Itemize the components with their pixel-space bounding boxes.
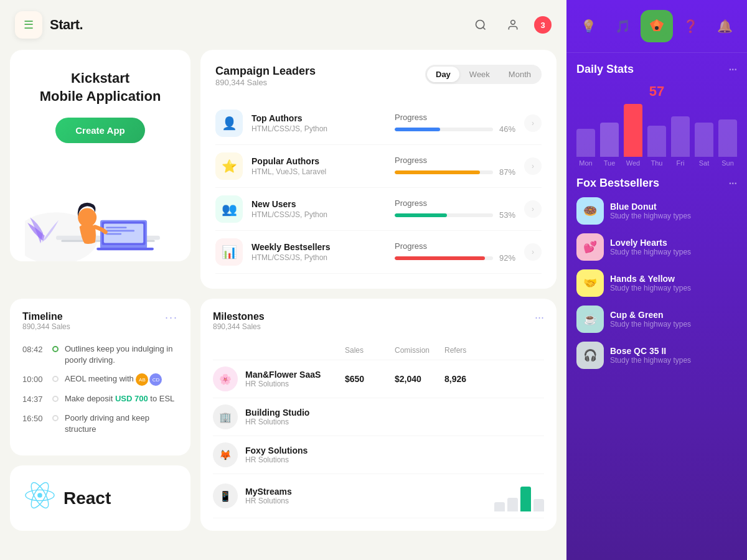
peak-value: 57 (576, 83, 737, 100)
bottom-section: Timeline 890,344 Sales ··· 08:42 Outline… (10, 299, 557, 531)
progress-bar-wrap: 46% (395, 124, 519, 134)
campaign-card: Campaign Leaders 890,344 Sales Day Week … (200, 50, 557, 289)
author-tech: HTML/CSS/JS, Python (251, 253, 395, 262)
hero-illustration (25, 153, 176, 261)
bar-label: Fri (677, 159, 685, 167)
progress-fill (395, 170, 480, 174)
bestseller-name: Bose QC 35 II (610, 346, 737, 356)
timeline-title-group: Timeline 890,344 Sales (22, 311, 70, 341)
timeline-header: Timeline 890,344 Sales ··· (22, 311, 178, 341)
tab-week[interactable]: Week (461, 67, 499, 82)
bar (647, 126, 666, 157)
hero-card: Kickstart Mobile Application Create App (10, 50, 190, 261)
sidebar-app-4[interactable]: ❓ (675, 10, 707, 42)
sidebar-app-2[interactable]: 🎵 (606, 10, 639, 42)
search-icon[interactable] (469, 14, 492, 36)
stats-options[interactable]: ··· (729, 64, 737, 75)
bestseller-image: 🤝 (576, 269, 604, 297)
bestsellers-title: Fox Bestsellers ··· (576, 177, 737, 190)
col-sales: Sales (345, 346, 395, 355)
progress-section: Progress 87% (395, 156, 519, 177)
author-avatar: 👥 (215, 195, 243, 223)
milestone-refers-cell: 8,926 (444, 374, 494, 384)
progress-bar (395, 256, 493, 260)
bestseller-item[interactable]: 🤝 Hands & Yellow Study the highway types (576, 269, 737, 297)
sidebar: 💡 🎵 ❓ 🔔 Daily Stats ··· 57 M (566, 0, 747, 560)
timeline-options[interactable]: ··· (165, 311, 178, 324)
progress-bar (395, 128, 493, 131)
milestone-row: 📱 MyStreams HR Solutions (213, 474, 544, 518)
author-tech: HTML/CSS/JS, Python (251, 124, 395, 133)
author-name: Popular Authors (251, 156, 395, 166)
logo-icon: ☰ (24, 18, 34, 32)
bestseller-item[interactable]: 🍩 Blue Donut Study the highway types (576, 197, 737, 225)
chart-bar (494, 502, 505, 511)
left-column: Timeline 890,344 Sales ··· 08:42 Outline… (10, 299, 190, 531)
author-arrow[interactable]: › (524, 157, 542, 175)
progress-pct: 92% (499, 253, 519, 263)
author-avatar: ⭐ (215, 152, 243, 180)
author-arrow[interactable]: › (524, 114, 542, 132)
author-name: New Users (251, 199, 395, 209)
bestsellers-section: Fox Bestsellers ··· 🍩 Blue Donut Study t… (576, 177, 737, 369)
timeline-text: AEOL meeting with ABCD (65, 373, 162, 386)
author-name: Weekly Bestsellers (251, 242, 395, 252)
progress-fill (395, 128, 440, 131)
bar-wrap: Wed (624, 104, 642, 167)
bar (671, 116, 690, 157)
campaign-title: Campaign Leaders 890,344 Sales (215, 65, 316, 100)
chart-bar (533, 499, 544, 511)
daily-stats-section: Daily Stats ··· 57 Mon Tue Wed Thu Fri S… (576, 63, 737, 167)
bar-wrap: Tue (600, 123, 619, 167)
timeline-item: 10:00 AEOL meeting with ABCD (22, 373, 178, 386)
author-tech: HTML, VueJS, Laravel (251, 167, 395, 176)
timeline-time: 08:42 (22, 343, 46, 354)
sidebar-app-1[interactable]: 💡 (572, 10, 604, 42)
timeline-items: 08:42 Outlines keep you indulging in poo… (22, 343, 178, 435)
react-card: React (10, 465, 190, 531)
progress-section: Progress 53% (395, 198, 519, 220)
bestseller-item[interactable]: 🎧 Bose QC 35 II Study the highway types (576, 342, 737, 369)
notification-badge[interactable]: 3 (534, 16, 552, 34)
timeline-item: 16:50 Poorly driving and keep structure (22, 413, 178, 435)
sidebar-app-3-active[interactable] (641, 10, 673, 42)
top-row: Kickstart Mobile Application Create App (10, 50, 557, 289)
sidebar-app-icons: 💡 🎵 ❓ 🔔 (566, 0, 747, 53)
svg-rect-11 (106, 230, 134, 232)
tab-day[interactable]: Day (427, 67, 459, 82)
bestseller-info: Lovely Hearts Study the highway types (610, 238, 737, 256)
author-arrow[interactable]: › (524, 200, 542, 218)
progress-bar (395, 213, 493, 217)
campaign-header: Campaign Leaders 890,344 Sales Day Week … (215, 65, 542, 100)
author-arrow[interactable]: › (524, 243, 542, 261)
bestseller-item[interactable]: 💕 Lovely Hearts Study the highway types (576, 233, 737, 261)
author-name: Top Authors (251, 113, 395, 123)
milestones-card: Milestones 890,344 Sales ··· Sales Comis… (200, 299, 557, 531)
daily-stats-chart: Mon Tue Wed Thu Fri Sat Sun (576, 105, 737, 167)
tab-month[interactable]: Month (500, 67, 540, 82)
timeline-time: 10:00 (22, 373, 46, 384)
bar-wrap: Mon (576, 129, 595, 167)
milestone-row: 🏢 Building Studio HR Solutions (213, 398, 544, 436)
progress-section: Progress 92% (395, 241, 519, 263)
react-text: React (63, 488, 111, 508)
progress-fill (395, 256, 485, 260)
milestone-icon: 🦊 (213, 442, 238, 467)
timeline-text: Poorly driving and keep structure (65, 413, 178, 435)
user-icon[interactable] (502, 14, 524, 36)
col-commission: Comission (395, 346, 444, 355)
bar (600, 123, 619, 157)
bar-wrap: Thu (647, 126, 666, 167)
svg-rect-12 (106, 233, 121, 235)
header: ☰ Start. 3 (0, 0, 566, 50)
milestones-options[interactable]: ··· (535, 311, 544, 341)
bestsellers-options[interactable]: ··· (729, 178, 737, 189)
bestseller-item[interactable]: ☕ Cup & Green Study the highway types (576, 306, 737, 333)
create-app-button[interactable]: Create App (55, 118, 144, 143)
bestseller-sub: Study the highway types (610, 212, 737, 220)
sidebar-app-5[interactable]: 🔔 (709, 10, 741, 42)
author-info: Weekly Bestsellers HTML/CSS/JS, Python (251, 242, 395, 262)
timeline-dot (52, 415, 59, 421)
milestone-icon: 🏢 (213, 404, 238, 429)
progress-section: Progress 46% (395, 113, 519, 134)
